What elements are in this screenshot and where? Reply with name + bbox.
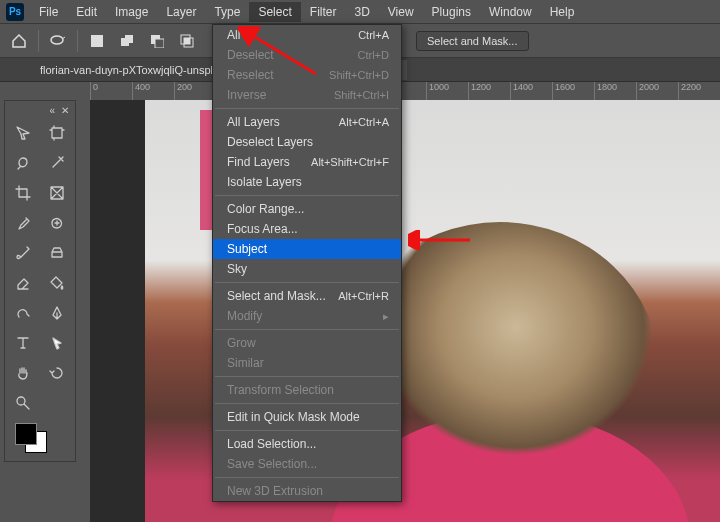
menu-item-focus-area[interactable]: Focus Area... [213, 219, 401, 239]
direct-select-tool[interactable] [41, 329, 73, 357]
svg-point-0 [51, 36, 63, 44]
menu-item-modify: Modify▸ [213, 306, 401, 326]
menu-item-subject[interactable]: Subject [213, 239, 401, 259]
close-icon[interactable]: ✕ [61, 105, 69, 116]
panel-collapse-icon[interactable]: « [49, 105, 55, 116]
menu-item-all[interactable]: AllCtrl+A [213, 25, 401, 45]
smudge-tool[interactable] [7, 299, 39, 327]
menu-item-inverse: InverseShift+Ctrl+I [213, 85, 401, 105]
menu-item-new-3d-extrusion: New 3D Extrusion [213, 481, 401, 501]
menu-item-deselect-layers[interactable]: Deselect Layers [213, 132, 401, 152]
artboard-tool[interactable] [41, 119, 73, 147]
paint-bucket-tool[interactable] [41, 269, 73, 297]
selection-new-icon[interactable] [86, 30, 108, 52]
menu-window[interactable]: Window [480, 2, 541, 22]
crop-tool[interactable] [7, 179, 39, 207]
menu-item-grow: Grow [213, 333, 401, 353]
menu-item-select-and-mask[interactable]: Select and Mask...Alt+Ctrl+R [213, 286, 401, 306]
selection-intersect-icon[interactable] [176, 30, 198, 52]
menu-item-find-layers[interactable]: Find LayersAlt+Shift+Ctrl+F [213, 152, 401, 172]
frame-tool[interactable] [41, 179, 73, 207]
menu-plugins[interactable]: Plugins [423, 2, 480, 22]
move-tool[interactable] [7, 119, 39, 147]
eraser-tool[interactable] [7, 269, 39, 297]
selection-add-icon[interactable] [116, 30, 138, 52]
placeholder[interactable] [41, 389, 73, 417]
menu-type[interactable]: Type [205, 2, 249, 22]
menu-item-deselect: DeselectCtrl+D [213, 45, 401, 65]
menu-item-transform-selection: Transform Selection [213, 380, 401, 400]
menu-item-edit-in-quick-mask-mode[interactable]: Edit in Quick Mask Mode [213, 407, 401, 427]
hand-tool[interactable] [7, 359, 39, 387]
eyedropper-tool[interactable] [7, 209, 39, 237]
menu-item-save-selection: Save Selection... [213, 454, 401, 474]
menu-item-similar: Similar [213, 353, 401, 373]
menu-item-isolate-layers[interactable]: Isolate Layers [213, 172, 401, 192]
rotate-view-tool[interactable] [41, 359, 73, 387]
select-and-mask-button[interactable]: Select and Mask... [416, 31, 529, 51]
menu-file[interactable]: File [30, 2, 67, 22]
svg-rect-5 [155, 39, 164, 48]
menu-layer[interactable]: Layer [157, 2, 205, 22]
lasso-mode-icon[interactable] [47, 30, 69, 52]
home-icon[interactable] [8, 30, 30, 52]
tools-panel: « ✕ [4, 100, 76, 462]
menu-3d[interactable]: 3D [345, 2, 378, 22]
svg-rect-8 [184, 38, 190, 44]
lasso-tool[interactable] [7, 149, 39, 177]
canvas-area[interactable] [90, 100, 720, 522]
type-tool[interactable] [7, 329, 39, 357]
menu-item-load-selection[interactable]: Load Selection... [213, 434, 401, 454]
select-menu-dropdown: AllCtrl+ADeselectCtrl+DReselectShift+Ctr… [212, 24, 402, 502]
menu-bar: Ps FileEditImageLayerTypeSelectFilter3DV… [0, 0, 720, 24]
svg-rect-3 [125, 35, 133, 43]
menu-item-sky[interactable]: Sky [213, 259, 401, 279]
menu-edit[interactable]: Edit [67, 2, 106, 22]
svg-rect-1 [91, 35, 103, 47]
app-logo: Ps [6, 3, 24, 21]
menu-image[interactable]: Image [106, 2, 157, 22]
menu-item-reselect: ReselectShift+Ctrl+D [213, 65, 401, 85]
patch-tool[interactable] [41, 209, 73, 237]
zoom-tool[interactable] [7, 389, 39, 417]
color-swatches[interactable] [7, 419, 73, 459]
clone-stamp-tool[interactable] [41, 239, 73, 267]
brush-tool[interactable] [7, 239, 39, 267]
magic-wand-tool[interactable] [41, 149, 73, 177]
menu-select[interactable]: Select [249, 2, 300, 22]
pen-tool[interactable] [41, 299, 73, 327]
menu-item-color-range[interactable]: Color Range... [213, 199, 401, 219]
menu-help[interactable]: Help [541, 2, 584, 22]
menu-view[interactable]: View [379, 2, 423, 22]
selection-subtract-icon[interactable] [146, 30, 168, 52]
ruler-horizontal: 0400200020040060080010001200140016001800… [90, 82, 720, 100]
menu-item-all-layers[interactable]: All LayersAlt+Ctrl+A [213, 112, 401, 132]
menu-filter[interactable]: Filter [301, 2, 346, 22]
foreground-color-swatch[interactable] [15, 423, 37, 445]
